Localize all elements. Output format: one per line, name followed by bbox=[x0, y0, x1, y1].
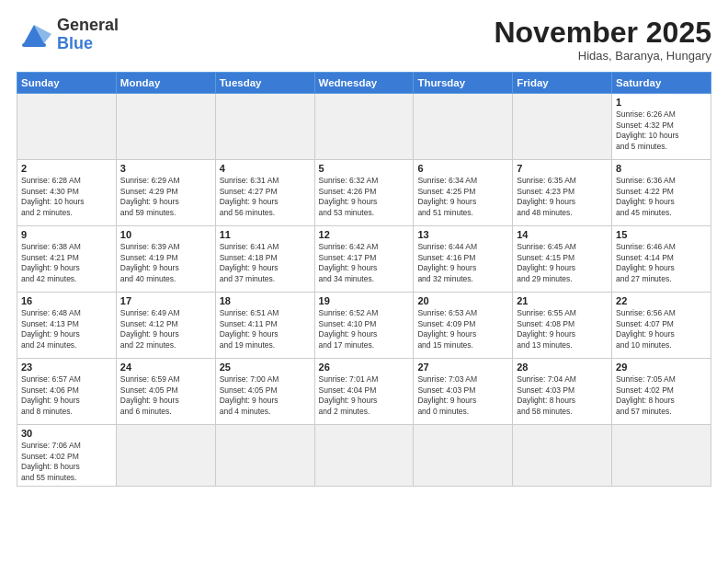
calendar-cell: 13Sunrise: 6:44 AM Sunset: 4:16 PM Dayli… bbox=[414, 226, 513, 293]
day-info: Sunrise: 6:46 AM Sunset: 4:14 PM Dayligh… bbox=[616, 242, 707, 284]
calendar-cell: 23Sunrise: 6:57 AM Sunset: 4:06 PM Dayli… bbox=[17, 359, 117, 425]
day-number: 10 bbox=[120, 229, 211, 240]
day-number: 2 bbox=[21, 163, 112, 174]
calendar-cell bbox=[314, 425, 414, 487]
day-info: Sunrise: 6:48 AM Sunset: 4:13 PM Dayligh… bbox=[21, 308, 112, 350]
day-number: 20 bbox=[417, 295, 508, 306]
calendar-cell bbox=[612, 425, 711, 487]
day-info: Sunrise: 6:57 AM Sunset: 4:06 PM Dayligh… bbox=[21, 374, 112, 417]
day-number: 29 bbox=[616, 362, 707, 373]
calendar-cell bbox=[215, 425, 314, 487]
calendar-cell: 24Sunrise: 6:59 AM Sunset: 4:05 PM Dayli… bbox=[116, 359, 215, 425]
weekday-header-sunday: Sunday bbox=[17, 73, 117, 94]
logo-text: General Blue bbox=[57, 17, 119, 53]
calendar-cell: 21Sunrise: 6:55 AM Sunset: 4:08 PM Dayli… bbox=[513, 293, 612, 359]
calendar-cell: 4Sunrise: 6:31 AM Sunset: 4:27 PM Daylig… bbox=[215, 160, 314, 226]
day-number: 23 bbox=[21, 362, 112, 373]
day-number: 19 bbox=[319, 295, 410, 306]
day-info: Sunrise: 6:45 AM Sunset: 4:15 PM Dayligh… bbox=[517, 242, 608, 284]
day-number: 4 bbox=[220, 163, 311, 174]
day-number: 11 bbox=[220, 229, 311, 240]
day-number: 30 bbox=[21, 428, 112, 439]
day-number: 21 bbox=[517, 295, 608, 306]
weekday-header-wednesday: Wednesday bbox=[314, 73, 414, 94]
day-number: 9 bbox=[21, 229, 112, 240]
calendar-cell bbox=[215, 94, 314, 160]
calendar-cell: 22Sunrise: 6:56 AM Sunset: 4:07 PM Dayli… bbox=[612, 293, 711, 359]
svg-rect-2 bbox=[22, 43, 46, 47]
weekday-header-tuesday: Tuesday bbox=[215, 73, 314, 94]
day-info: Sunrise: 6:53 AM Sunset: 4:09 PM Dayligh… bbox=[417, 308, 508, 350]
calendar-cell: 27Sunrise: 7:03 AM Sunset: 4:03 PM Dayli… bbox=[414, 359, 513, 425]
weekday-header-saturday: Saturday bbox=[612, 73, 711, 94]
calendar-cell: 15Sunrise: 6:46 AM Sunset: 4:14 PM Dayli… bbox=[612, 226, 711, 293]
day-info: Sunrise: 6:44 AM Sunset: 4:16 PM Dayligh… bbox=[417, 242, 508, 284]
title-block: November 2025 Hidas, Baranya, Hungary bbox=[494, 17, 711, 63]
day-info: Sunrise: 7:04 AM Sunset: 4:03 PM Dayligh… bbox=[517, 374, 608, 417]
day-info: Sunrise: 6:28 AM Sunset: 4:30 PM Dayligh… bbox=[21, 176, 112, 218]
calendar-cell bbox=[17, 94, 117, 160]
day-info: Sunrise: 7:05 AM Sunset: 4:02 PM Dayligh… bbox=[616, 374, 707, 417]
calendar-cell: 10Sunrise: 6:39 AM Sunset: 4:19 PM Dayli… bbox=[116, 226, 215, 293]
calendar-cell: 8Sunrise: 6:36 AM Sunset: 4:22 PM Daylig… bbox=[612, 160, 711, 226]
day-info: Sunrise: 7:00 AM Sunset: 4:05 PM Dayligh… bbox=[220, 374, 311, 417]
day-number: 8 bbox=[616, 163, 707, 174]
logo: General Blue bbox=[17, 17, 119, 53]
day-info: Sunrise: 6:31 AM Sunset: 4:27 PM Dayligh… bbox=[220, 176, 311, 218]
day-info: Sunrise: 6:26 AM Sunset: 4:32 PM Dayligh… bbox=[616, 109, 707, 152]
calendar-cell: 29Sunrise: 7:05 AM Sunset: 4:02 PM Dayli… bbox=[612, 359, 711, 425]
calendar-cell bbox=[513, 425, 612, 487]
day-number: 22 bbox=[616, 295, 707, 306]
day-number: 26 bbox=[319, 362, 410, 373]
day-number: 18 bbox=[220, 295, 311, 306]
day-info: Sunrise: 6:39 AM Sunset: 4:19 PM Dayligh… bbox=[120, 242, 211, 284]
calendar-cell: 7Sunrise: 6:35 AM Sunset: 4:23 PM Daylig… bbox=[513, 160, 612, 226]
calendar-cell bbox=[314, 94, 414, 160]
day-number: 16 bbox=[21, 295, 112, 306]
calendar-cell: 18Sunrise: 6:51 AM Sunset: 4:11 PM Dayli… bbox=[215, 293, 314, 359]
day-info: Sunrise: 7:01 AM Sunset: 4:04 PM Dayligh… bbox=[319, 374, 410, 417]
day-number: 27 bbox=[417, 362, 508, 373]
calendar-cell: 3Sunrise: 6:29 AM Sunset: 4:29 PM Daylig… bbox=[116, 160, 215, 226]
day-number: 6 bbox=[417, 163, 508, 174]
day-info: Sunrise: 6:41 AM Sunset: 4:18 PM Dayligh… bbox=[220, 242, 311, 284]
day-info: Sunrise: 6:49 AM Sunset: 4:12 PM Dayligh… bbox=[120, 308, 211, 350]
calendar-cell: 20Sunrise: 6:53 AM Sunset: 4:09 PM Dayli… bbox=[414, 293, 513, 359]
page: General Blue November 2025 Hidas, Barany… bbox=[0, 0, 728, 563]
logo-blue: Blue bbox=[57, 34, 93, 52]
day-info: Sunrise: 6:59 AM Sunset: 4:05 PM Dayligh… bbox=[120, 374, 211, 417]
day-info: Sunrise: 6:35 AM Sunset: 4:23 PM Dayligh… bbox=[517, 176, 608, 218]
calendar-cell: 12Sunrise: 6:42 AM Sunset: 4:17 PM Dayli… bbox=[314, 226, 414, 293]
day-number: 12 bbox=[319, 229, 410, 240]
day-info: Sunrise: 6:29 AM Sunset: 4:29 PM Dayligh… bbox=[120, 176, 211, 218]
calendar-header-row: SundayMondayTuesdayWednesdayThursdayFrid… bbox=[17, 73, 711, 94]
day-number: 13 bbox=[417, 229, 508, 240]
calendar-cell: 5Sunrise: 6:32 AM Sunset: 4:26 PM Daylig… bbox=[314, 160, 414, 226]
day-number: 17 bbox=[120, 295, 211, 306]
calendar-week-row: 2Sunrise: 6:28 AM Sunset: 4:30 PM Daylig… bbox=[17, 160, 711, 226]
weekday-header-monday: Monday bbox=[116, 73, 215, 94]
calendar-cell bbox=[414, 425, 513, 487]
header: General Blue November 2025 Hidas, Barany… bbox=[17, 17, 711, 63]
weekday-header-thursday: Thursday bbox=[414, 73, 513, 94]
calendar-cell: 14Sunrise: 6:45 AM Sunset: 4:15 PM Dayli… bbox=[513, 226, 612, 293]
calendar-cell: 17Sunrise: 6:49 AM Sunset: 4:12 PM Dayli… bbox=[116, 293, 215, 359]
day-info: Sunrise: 6:55 AM Sunset: 4:08 PM Dayligh… bbox=[517, 308, 608, 350]
calendar-week-row: 1Sunrise: 6:26 AM Sunset: 4:32 PM Daylig… bbox=[17, 94, 711, 160]
location-subtitle: Hidas, Baranya, Hungary bbox=[494, 49, 711, 63]
logo-general: General bbox=[57, 16, 119, 34]
day-number: 15 bbox=[616, 229, 707, 240]
calendar-cell: 2Sunrise: 6:28 AM Sunset: 4:30 PM Daylig… bbox=[17, 160, 117, 226]
day-number: 24 bbox=[120, 362, 211, 373]
calendar-cell: 9Sunrise: 6:38 AM Sunset: 4:21 PM Daylig… bbox=[17, 226, 117, 293]
day-number: 28 bbox=[517, 362, 608, 373]
day-info: Sunrise: 6:51 AM Sunset: 4:11 PM Dayligh… bbox=[220, 308, 311, 350]
calendar-cell: 16Sunrise: 6:48 AM Sunset: 4:13 PM Dayli… bbox=[17, 293, 117, 359]
calendar-cell bbox=[116, 94, 215, 160]
day-info: Sunrise: 7:03 AM Sunset: 4:03 PM Dayligh… bbox=[417, 374, 508, 417]
calendar-week-row: 9Sunrise: 6:38 AM Sunset: 4:21 PM Daylig… bbox=[17, 226, 711, 293]
calendar-week-row: 23Sunrise: 6:57 AM Sunset: 4:06 PM Dayli… bbox=[17, 359, 711, 425]
day-number: 3 bbox=[120, 163, 211, 174]
calendar-cell: 25Sunrise: 7:00 AM Sunset: 4:05 PM Dayli… bbox=[215, 359, 314, 425]
calendar-cell: 11Sunrise: 6:41 AM Sunset: 4:18 PM Dayli… bbox=[215, 226, 314, 293]
